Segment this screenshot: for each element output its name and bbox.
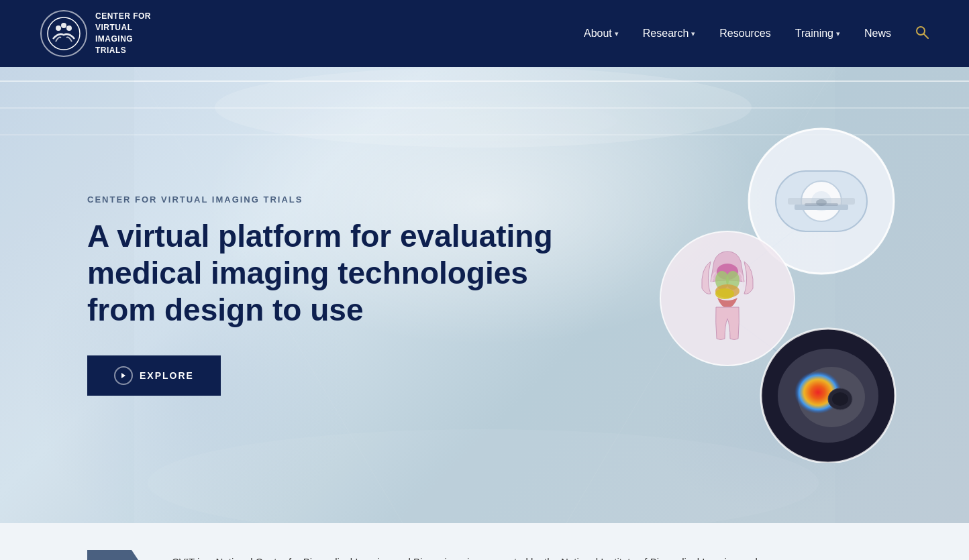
- svg-point-32: [715, 288, 734, 299]
- svg-line-5: [924, 34, 928, 38]
- nav-news[interactable]: News: [864, 27, 891, 40]
- nih-logo-wrapper: NIH: [87, 550, 145, 560]
- navbar: CENTER FOR VIRTUAL IMAGING TRIALS About …: [0, 0, 969, 67]
- svg-point-3: [66, 25, 72, 31]
- logo[interactable]: CENTER FOR VIRTUAL IMAGING TRIALS: [40, 10, 151, 57]
- nih-logo: NIH: [87, 550, 132, 560]
- svg-rect-26: [805, 203, 838, 206]
- svg-point-0: [48, 17, 80, 50]
- nih-section: NIH CVIT is a National Center for Biomed…: [0, 523, 969, 560]
- hero-content: CENTER FOR VIRTUAL IMAGING TRIALS A virt…: [0, 194, 577, 396]
- nav-resources[interactable]: Resources: [719, 27, 770, 40]
- svg-point-2: [61, 23, 66, 28]
- nav-training[interactable]: Training ▾: [795, 27, 840, 40]
- hero-title: A virtual platform for evaluating medica…: [87, 218, 577, 329]
- illustration-svg: [593, 127, 915, 463]
- training-chevron-icon: ▾: [836, 30, 840, 38]
- nav-research[interactable]: Research ▾: [643, 27, 695, 40]
- logo-icon: [40, 10, 87, 57]
- hero-illustrations: [593, 127, 915, 463]
- svg-point-1: [56, 25, 61, 31]
- svg-point-4: [917, 27, 925, 35]
- nih-arrow-icon: [132, 550, 145, 560]
- search-icon[interactable]: [915, 25, 929, 42]
- about-chevron-icon: ▾: [615, 30, 619, 38]
- nih-description: CVIT is a National Center for Biomedical…: [172, 553, 789, 561]
- svg-point-7: [349, 101, 617, 141]
- research-chevron-icon: ▾: [691, 30, 695, 38]
- nav-links: About ▾ Research ▾ Resources Training ▾ …: [584, 25, 929, 42]
- hero-subtitle: CENTER FOR VIRTUAL IMAGING TRIALS: [87, 194, 577, 205]
- svg-point-38: [832, 392, 848, 406]
- logo-text: CENTER FOR VIRTUAL IMAGING TRIALS: [95, 11, 151, 56]
- explore-arrow-icon: [114, 366, 133, 385]
- explore-button[interactable]: EXPLORE: [87, 355, 221, 396]
- svg-marker-13: [121, 373, 125, 378]
- nav-about[interactable]: About ▾: [584, 27, 619, 40]
- hero-section: CENTER FOR VIRTUAL IMAGING TRIALS A virt…: [0, 67, 969, 523]
